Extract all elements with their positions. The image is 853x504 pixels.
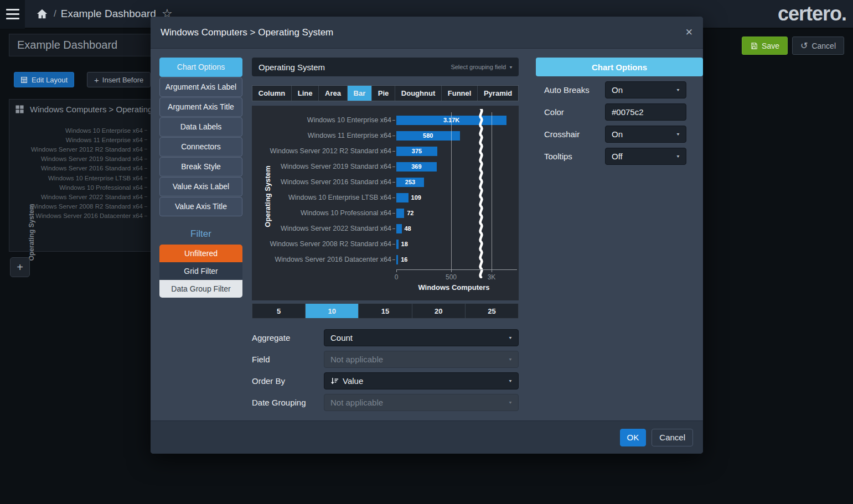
form-row: AggregateCount▼: [252, 329, 519, 346]
crosshair-value: On: [612, 129, 623, 139]
color-label: Color: [536, 107, 605, 117]
count-5[interactable]: 5: [252, 304, 306, 318]
widget-list-item: Windows 10 Professional x64: [9, 183, 147, 192]
chart-options-header: Chart Options: [536, 58, 703, 76]
tab-doughnut[interactable]: Doughnut: [395, 86, 442, 101]
chart-plot-cell: 3.17K: [396, 112, 519, 128]
tab-pyramid[interactable]: Pyramid: [478, 86, 518, 101]
nav-argument-axis-title[interactable]: Argument Axis Title: [159, 97, 242, 117]
tick-mark: [392, 182, 395, 183]
certero-logo: certero.: [778, 2, 846, 25]
hamburger-menu-icon[interactable]: [0, 0, 25, 29]
save-button[interactable]: Save: [742, 37, 788, 55]
chart-plot-cell: 580: [396, 128, 519, 143]
tooltips-select[interactable]: Off▼: [605, 148, 686, 165]
crosshair-select[interactable]: On▼: [605, 126, 686, 143]
nav-break-style[interactable]: Break Style: [159, 157, 242, 176]
chart-bar[interactable]: [396, 193, 409, 202]
tick-mark: [144, 206, 147, 207]
add-widget-button[interactable]: +: [10, 257, 30, 277]
widget-list-item: Windows Server 2016 Datacenter x64: [9, 211, 147, 221]
count-20[interactable]: 20: [412, 304, 466, 318]
tick-mark: [144, 187, 147, 188]
widget-title: Windows Computers > Operating Sy: [30, 105, 164, 114]
filter-unfiltered[interactable]: Unfiltered: [159, 245, 242, 262]
form-row: Order ByValue▼: [252, 372, 519, 389]
order-by-select[interactable]: Value▼: [324, 372, 519, 389]
count-25[interactable]: 25: [466, 304, 518, 318]
tab-funnel[interactable]: Funnel: [442, 86, 478, 101]
widget-category-list: Windows 10 Enterprise x64Windows 11 Ente…: [9, 126, 147, 221]
widget-category-label: Windows Server 2008 R2 Standard x64: [31, 203, 143, 210]
field-value: Not applicable: [330, 355, 383, 364]
tick-mark: [144, 168, 147, 169]
count-10[interactable]: 10: [306, 304, 359, 318]
breadcrumb[interactable]: Example Dashboard: [61, 8, 156, 20]
save-label: Save: [762, 41, 779, 50]
filter-data-group-filter[interactable]: Data Group Filter: [159, 280, 242, 298]
insert-before-label: Insert Before: [102, 76, 143, 84]
chart-category-label: Windows 11 Enterprise x64: [252, 132, 391, 139]
filter-grid-filter[interactable]: Grid Filter: [159, 262, 242, 280]
x-axis-tick-label: 500: [446, 273, 457, 281]
tab-line[interactable]: Line: [292, 86, 319, 101]
option-row: TooltipsOff▼: [536, 148, 703, 165]
ok-button[interactable]: OK: [620, 429, 647, 446]
tab-column[interactable]: Column: [252, 86, 292, 101]
cancel-button[interactable]: ↺ Cancel: [792, 37, 844, 55]
chart-bar[interactable]: [396, 209, 404, 218]
option-row: Color: [536, 103, 703, 121]
chart-bar[interactable]: [396, 224, 402, 233]
category-tick: [391, 120, 396, 121]
chart-category-label: Windows Server 2008 R2 Standard x64: [252, 240, 391, 248]
tick-mark: [392, 259, 395, 260]
tab-area[interactable]: Area: [319, 86, 347, 101]
item-count-selector: 510152025: [252, 303, 519, 319]
insert-before-button[interactable]: + Insert Before: [87, 72, 151, 87]
select-grouping-field[interactable]: Select grouping field ▼: [451, 64, 513, 70]
tab-pie[interactable]: Pie: [372, 86, 395, 101]
chart-bar[interactable]: [396, 240, 399, 249]
chart-row: Windows Server 2022 Standard x6448: [252, 221, 519, 236]
nav-argument-axis-label[interactable]: Argument Axis Label: [159, 77, 242, 97]
chart-form: AggregateCount▼FieldNot applicable▼Order…: [252, 329, 519, 411]
aggregate-select[interactable]: Count▼: [324, 329, 519, 346]
tab-bar[interactable]: Bar: [348, 86, 372, 101]
nav-chart-options[interactable]: Chart Options: [159, 58, 242, 77]
count-15[interactable]: 15: [359, 304, 412, 318]
widget-category-label: Windows 10 Professional x64: [59, 184, 143, 191]
modal-cancel-button[interactable]: Cancel: [652, 429, 693, 446]
widget-list-item: Windows Server 2016 Standard x64: [9, 164, 147, 173]
widget-list-item: Windows Server 2012 R2 Standard x64: [9, 144, 147, 154]
chart-row: Windows Server 2019 Standard x64369: [252, 159, 519, 174]
close-icon[interactable]: ✕: [685, 27, 693, 38]
chart-category-label: Windows Server 2019 Standard x64: [252, 163, 391, 170]
x-axis-tick: [396, 270, 397, 272]
auto-breaks-select[interactable]: On▼: [605, 81, 686, 98]
aggregate-label: Aggregate: [252, 333, 324, 342]
crosshair-label: Crosshair: [536, 129, 605, 139]
order-by-label: Order By: [252, 376, 324, 386]
chart-category-label: Windows Server 2016 Datacenter x64: [252, 256, 391, 263]
bar-value-label: 375: [396, 147, 437, 156]
nav-connectors[interactable]: Connectors: [159, 137, 242, 157]
date-grouping-label: Date Grouping: [252, 398, 324, 407]
chart-plot-cell: 48: [396, 221, 519, 236]
chevron-down-icon: ▼: [508, 335, 513, 340]
chart-settings-modal: Windows Computers > Operating System ✕ C…: [151, 17, 703, 454]
chart-bar[interactable]: [396, 255, 398, 264]
color-input[interactable]: [605, 103, 686, 121]
nav-value-axis-title[interactable]: Value Axis Title: [159, 197, 242, 216]
chart-plot-cell: 253: [396, 174, 519, 190]
widget-list-item: Windows 10 Enterprise LTSB x64: [9, 173, 147, 183]
category-tick: [391, 151, 396, 152]
nav-value-axis-label[interactable]: Value Axis Label: [159, 177, 242, 196]
nav-data-labels[interactable]: Data Labels: [159, 117, 242, 137]
edit-layout-button[interactable]: Edit Layout: [14, 72, 74, 87]
chart-row: Windows 10 Enterprise x643.17K: [252, 112, 519, 128]
edit-layout-label: Edit Layout: [32, 76, 68, 84]
chart-row: Windows Server 2012 R2 Standard x64375: [252, 143, 519, 159]
hamburger-bar: [6, 9, 19, 11]
home-icon[interactable]: [36, 8, 48, 20]
auto-breaks-label: Auto Breaks: [536, 85, 605, 95]
